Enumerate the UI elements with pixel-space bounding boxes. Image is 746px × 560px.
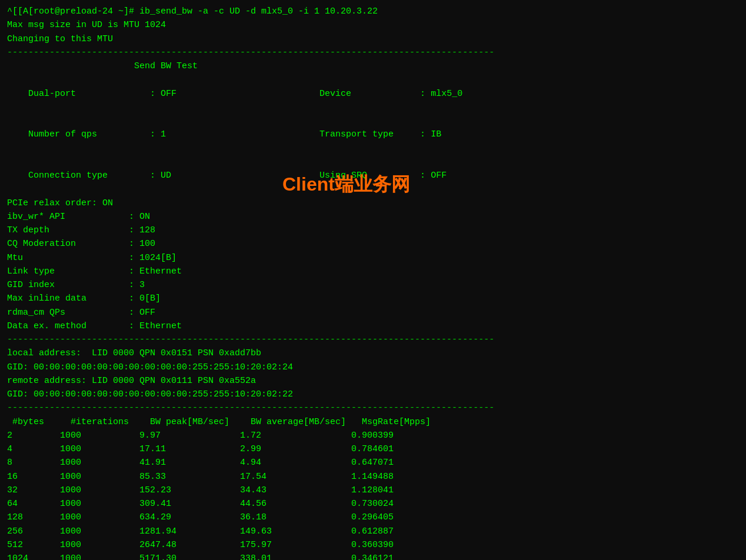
overlay-label: Client端业务网 bbox=[282, 172, 410, 198]
table-row: 8 1000 41.91 4.94 0.647071 bbox=[7, 456, 739, 469]
msg-size-line: Max msg size in UD is MTU 1024 bbox=[7, 18, 739, 32]
local-addr-line: local address: LID 0000 QPN 0x0151 PSN 0… bbox=[7, 346, 739, 360]
local-gid-line: GID: 00:00:00:00:00:00:00:00:00:00:255:2… bbox=[7, 361, 739, 374]
changing-line: Changing to this MTU bbox=[7, 32, 739, 46]
table-row: 128 1000 634.29 36.18 0.296405 bbox=[7, 511, 739, 524]
command-line: ^[[A[root@preload-24 ~]# ib_send_bw -a -… bbox=[7, 5, 739, 18]
table-row: 32 1000 152.23 34.43 1.128041 bbox=[7, 484, 739, 497]
rdma-cm-line: rdma_cm QPs : OFF bbox=[7, 306, 739, 319]
pcie-line: PCIe relax order: ON bbox=[7, 196, 739, 210]
remote-addr-line: remote address: LID 0000 QPN 0x0111 PSN … bbox=[7, 374, 739, 388]
num-qps-label: Number of qps : 1 Transport type : IB bbox=[28, 129, 441, 139]
separator-3: ----------------------------------------… bbox=[7, 401, 739, 415]
max-inline-line: Max inline data : 0[B] bbox=[7, 292, 739, 305]
table-row: 64 1000 309.41 44.56 0.730024 bbox=[7, 497, 739, 511]
terminal-window: ^[[A[root@preload-24 ~]# ib_send_bw -a -… bbox=[0, 0, 746, 560]
data-table: 2 1000 9.97 1.72 0.9003994 1000 17.11 2.… bbox=[7, 429, 739, 560]
table-header: #bytes #iterations BW peak[MB/sec] BW av… bbox=[7, 415, 739, 429]
dual-port-device-line: Dual-port : OFF Device : mlx5_0 bbox=[7, 73, 739, 114]
table-row: 2 1000 9.97 1.72 0.900399 bbox=[7, 429, 739, 442]
separator-1: ----------------------------------------… bbox=[7, 46, 739, 59]
send-bw-test-title: Send BW Test bbox=[7, 59, 739, 73]
remote-gid-line: GID: 00:00:00:00:00:00:00:00:00:00:255:2… bbox=[7, 388, 739, 401]
gid-index-line: GID index : 3 bbox=[7, 278, 739, 292]
tx-depth-line: TX depth : 128 bbox=[7, 224, 739, 237]
ibv-wr-line: ibv_wr* API : ON bbox=[7, 210, 739, 224]
dual-port-label: Dual-port : OFF Device : mlx5_0 bbox=[28, 89, 462, 99]
data-ex-line: Data ex. method : Ethernet bbox=[7, 319, 739, 333]
mtu-line: Mtu : 1024[B] bbox=[7, 251, 739, 265]
table-row: 4 1000 17.11 2.99 0.784601 bbox=[7, 442, 739, 456]
link-type-line: Link type : Ethernet bbox=[7, 265, 739, 278]
separator-2: ----------------------------------------… bbox=[7, 333, 739, 346]
table-row: 16 1000 85.33 17.54 1.149488 bbox=[7, 470, 739, 484]
cq-mod-line: CQ Moderation : 100 bbox=[7, 237, 739, 251]
table-row: 1024 1000 5171.30 338.01 0.346121 bbox=[7, 552, 739, 560]
num-qps-transport-line: Number of qps : 1 Transport type : IB bbox=[7, 114, 739, 155]
table-row: 256 1000 1281.94 149.63 0.612887 bbox=[7, 525, 739, 538]
table-row: 512 1000 2647.48 175.97 0.360390 bbox=[7, 538, 739, 552]
